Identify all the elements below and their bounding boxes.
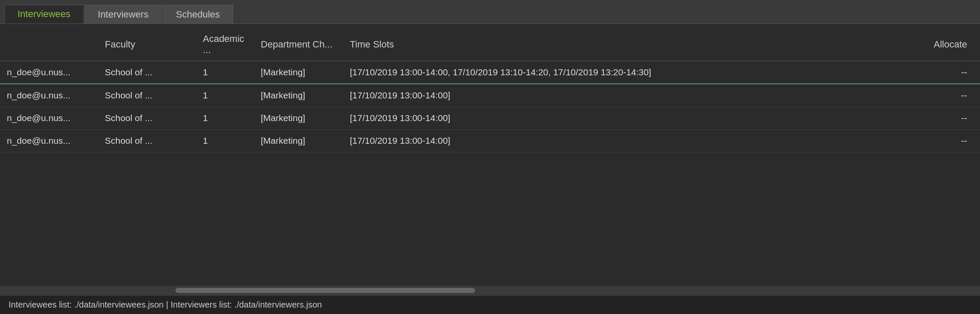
cell-email: n_doe@u.nus...	[0, 107, 98, 130]
col-header-slots: Time Slots	[343, 28, 922, 61]
cell-email: n_doe@u.nus...	[0, 61, 98, 84]
cell-academic: 1	[196, 130, 254, 152]
cell-faculty: School of ...	[98, 107, 196, 130]
cell-faculty: School of ...	[98, 130, 196, 152]
horizontal-scrollbar[interactable]	[0, 286, 980, 295]
status-bar: Interviewees list: ./data/interviewees.j…	[0, 295, 980, 314]
cell-academic: 1	[196, 107, 254, 130]
table-row[interactable]: n_doe@u.nus...School of ...1[Marketing][…	[0, 84, 980, 107]
table-row[interactable]: n_doe@u.nus...School of ...1[Marketing][…	[0, 107, 980, 130]
cell-faculty: School of ...	[98, 84, 196, 107]
table-container[interactable]: Faculty Academic ... Department Ch... Ti…	[0, 24, 980, 286]
tab-interviewees[interactable]: Interviewees	[4, 5, 84, 24]
tab-bar: Interviewees Interviewers Schedules	[0, 0, 980, 24]
tab-interviewers[interactable]: Interviewers	[85, 5, 162, 24]
main-content: Faculty Academic ... Department Ch... Ti…	[0, 24, 980, 295]
col-header-academic: Academic ...	[196, 28, 254, 61]
col-header-email	[0, 28, 98, 61]
tab-schedules[interactable]: Schedules	[163, 5, 233, 24]
col-header-faculty: Faculty	[98, 28, 196, 61]
col-header-dept: Department Ch...	[254, 28, 343, 61]
cell-slots: [17/10/2019 13:00-14:00]	[343, 107, 922, 130]
cell-email: n_doe@u.nus...	[0, 84, 98, 107]
table-row[interactable]: n_doe@u.nus...School of ...1[Marketing][…	[0, 130, 980, 152]
cell-allocate: --	[922, 130, 980, 152]
cell-allocate: --	[922, 107, 980, 130]
cell-faculty: School of ...	[98, 61, 196, 84]
col-header-allocate: Allocate	[922, 28, 980, 61]
scrollbar-thumb[interactable]	[175, 288, 475, 293]
cell-email: n_doe@u.nus...	[0, 130, 98, 152]
table-header-row: Faculty Academic ... Department Ch... Ti…	[0, 28, 980, 61]
cell-allocate: --	[922, 84, 980, 107]
cell-academic: 1	[196, 61, 254, 84]
cell-slots: [17/10/2019 13:00-14:00]	[343, 84, 922, 107]
status-text: Interviewees list: ./data/interviewees.j…	[9, 300, 322, 310]
cell-allocate: --	[922, 61, 980, 84]
cell-dept: [Marketing]	[254, 107, 343, 130]
cell-slots: [17/10/2019 13:00-14:00, 17/10/2019 13:1…	[343, 61, 922, 84]
cell-dept: [Marketing]	[254, 84, 343, 107]
table-row[interactable]: n_doe@u.nus...School of ...1[Marketing][…	[0, 61, 980, 84]
cell-slots: [17/10/2019 13:00-14:00]	[343, 130, 922, 152]
cell-dept: [Marketing]	[254, 130, 343, 152]
interviewees-table: Faculty Academic ... Department Ch... Ti…	[0, 28, 980, 152]
cell-academic: 1	[196, 84, 254, 107]
cell-dept: [Marketing]	[254, 61, 343, 84]
